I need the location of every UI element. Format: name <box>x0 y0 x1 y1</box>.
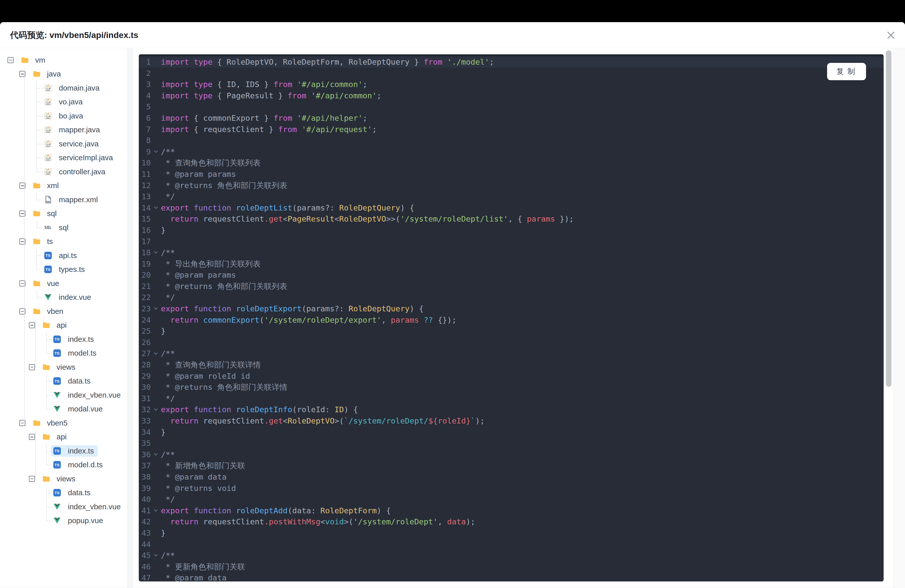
tree-item-vo-java[interactable]: vo.java <box>0 95 136 109</box>
code-text: * @param params <box>161 269 884 281</box>
code-text <box>161 135 884 146</box>
fold-chevron-icon <box>154 307 158 310</box>
tree-item-label: modal.vue <box>68 405 103 413</box>
collapse-toggle-icon[interactable] <box>29 434 35 440</box>
fold-toggle[interactable] <box>151 505 161 516</box>
tree-item-controller-java[interactable]: controller.java <box>0 165 136 179</box>
fold-gutter <box>151 258 161 270</box>
sql-file-icon: SQL <box>44 225 52 230</box>
code-line: 9/** <box>139 146 884 157</box>
tree-item-ts[interactable]: ts <box>0 235 136 249</box>
tree-item-model-d-ts[interactable]: TSmodel.d.ts <box>0 458 136 472</box>
tree-item-views[interactable]: views <box>0 472 136 486</box>
fold-toggle[interactable] <box>151 550 161 561</box>
tree-item-java[interactable]: java <box>0 67 136 81</box>
tree-item-index-vue[interactable]: index.vue <box>0 291 136 305</box>
close-button[interactable] <box>884 29 897 42</box>
tree-item-api[interactable]: api <box>0 318 136 332</box>
tree-item-index-ts[interactable]: TSindex.ts <box>0 444 136 458</box>
fold-toggle[interactable] <box>151 303 161 315</box>
collapse-toggle-icon[interactable] <box>8 57 14 63</box>
line-number: 41 <box>139 505 151 516</box>
code-line: 35 <box>139 438 884 449</box>
tree-item-label: index_vben.vue <box>68 391 121 399</box>
code-text: * 新增角色和部门关联 <box>161 460 884 471</box>
line-number: 9 <box>139 146 151 157</box>
code-text: */ <box>161 292 884 303</box>
fold-gutter <box>151 68 161 79</box>
dialog-scrollbar-thumb[interactable] <box>886 50 891 387</box>
fold-gutter <box>151 157 161 168</box>
xml-file-icon: XML <box>44 195 52 203</box>
tree-item-popup-vue[interactable]: popup.vue <box>0 514 136 528</box>
fold-chevron-icon <box>154 553 158 557</box>
collapse-toggle-icon[interactable] <box>29 322 35 328</box>
tree-item-types-ts[interactable]: TStypes.ts <box>0 262 136 277</box>
line-number: 30 <box>139 381 151 393</box>
tree-item-vm[interactable]: vm <box>0 53 136 67</box>
dialog-header: 代码预览: vm/vben5/api/index.ts <box>0 22 905 48</box>
tree-item-sql[interactable]: sql <box>0 207 136 221</box>
tree-item-views[interactable]: views <box>0 360 136 374</box>
tree-item-index-vben-vue[interactable]: index_vben.vue <box>0 500 136 514</box>
tree-item-serviceimpl-java[interactable]: serviceImpl.java <box>0 151 136 165</box>
code-line: 1import type { RoleDeptVO, RoleDeptForm,… <box>139 56 884 68</box>
code-text: export function roleDeptInfo(roleId: ID)… <box>161 404 884 415</box>
code-line: 16} <box>139 224 884 236</box>
code-text: */ <box>161 191 884 202</box>
tree-connector-line <box>37 291 37 297</box>
tree-scrollbar-track[interactable] <box>127 48 133 588</box>
tree-item-vue[interactable]: vue <box>0 277 136 291</box>
tree-connector-line <box>24 67 25 423</box>
tree-item-api[interactable]: api <box>0 430 136 444</box>
fold-toggle[interactable] <box>151 404 161 415</box>
tree-item-api-ts[interactable]: TSapi.ts <box>0 248 136 262</box>
tree-item-xml[interactable]: xml <box>0 179 136 193</box>
typescript-file-icon: TS <box>53 447 61 455</box>
code-line: 19 * 导出角色和部门关联列表 <box>139 258 884 270</box>
code-line: 13 */ <box>139 191 884 202</box>
code-viewer: 1import type { RoleDeptVO, RoleDeptForm,… <box>139 54 884 582</box>
tree-item-service-java[interactable]: service.java <box>0 137 136 151</box>
line-number: 8 <box>139 135 151 146</box>
tree-item-index-ts[interactable]: TSindex.ts <box>0 332 136 346</box>
fold-toggle[interactable] <box>151 202 161 213</box>
tree-item-domain-java[interactable]: domain.java <box>0 81 136 95</box>
tree-item-vben5[interactable]: vben5 <box>0 416 136 430</box>
tree-item-index-vben-vue[interactable]: index_vben.vue <box>0 388 136 402</box>
fold-toggle[interactable] <box>151 146 161 157</box>
tree-item-data-ts[interactable]: TSdata.ts <box>0 486 136 500</box>
fold-gutter <box>151 539 161 550</box>
fold-chevron-icon <box>154 150 158 153</box>
code-line: 4import type { PageResult } from '#/api/… <box>139 90 884 101</box>
fold-toggle[interactable] <box>151 247 161 258</box>
line-number: 21 <box>139 281 151 292</box>
tree-item-mapper-java[interactable]: mapper.java <box>0 123 136 137</box>
code-text: import type { PageResult } from '#/api/c… <box>161 90 884 101</box>
tree-item-modal-vue[interactable]: modal.vue <box>0 402 136 416</box>
tree-item-label: controller.java <box>59 167 105 176</box>
tree-item-sql[interactable]: SQLsql <box>0 221 136 235</box>
tree-item-mapper-xml[interactable]: XMLmapper.xml <box>0 193 136 207</box>
tree-item-label: model.ts <box>68 349 96 358</box>
tree-item-vben[interactable]: vben <box>0 304 136 318</box>
typescript-file-icon: TS <box>53 349 61 357</box>
tree-item-model-ts[interactable]: TSmodel.ts <box>0 346 136 361</box>
fold-gutter <box>151 56 161 68</box>
line-number: 16 <box>139 224 151 236</box>
fold-toggle[interactable] <box>151 449 161 460</box>
collapse-toggle-icon[interactable] <box>29 476 35 482</box>
code-line: 44 <box>139 539 884 550</box>
tree-item-bo-java[interactable]: bo.java <box>0 109 136 123</box>
code-text: import { commonExport } from '#/api/help… <box>161 113 884 124</box>
line-number: 4 <box>139 90 151 101</box>
copy-button[interactable]: 复制 <box>827 63 866 80</box>
java-file-icon <box>44 126 52 133</box>
svg-text:XML: XML <box>45 200 51 203</box>
fold-toggle[interactable] <box>151 348 161 359</box>
collapse-toggle-icon[interactable] <box>29 364 35 370</box>
tree-item-data-ts[interactable]: TSdata.ts <box>0 374 136 388</box>
tree-connector-line <box>37 81 37 172</box>
tree-connector-line <box>37 221 37 227</box>
code-line: 22 */ <box>139 292 884 303</box>
